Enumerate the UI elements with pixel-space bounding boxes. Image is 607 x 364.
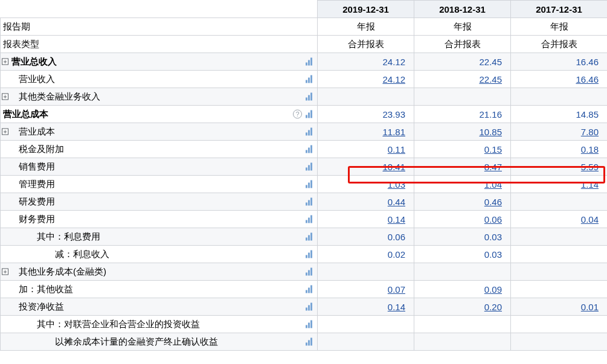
row-label-cell: 其中：对联营企业和合营企业的投资收益 (1, 316, 318, 333)
chart-icon[interactable] (306, 251, 313, 258)
chart-icon[interactable] (306, 93, 313, 101)
value-cell: 0.06 (318, 228, 414, 246)
chart-icon[interactable] (306, 268, 313, 276)
value-cell[interactable]: 16.46 (511, 71, 608, 88)
value-cell[interactable]: 0.11 (318, 141, 414, 158)
value-cell[interactable]: 10.41 (318, 158, 414, 176)
chart-icon[interactable] (306, 58, 313, 66)
table-wrap: 2019-12-31 2018-12-31 2017-12-31 报告期年报年报… (0, 0, 607, 351)
value-cell[interactable]: 1.14 (511, 176, 608, 193)
chart-icon[interactable] (306, 145, 313, 153)
date-header-row: 2019-12-31 2018-12-31 2017-12-31 (1, 1, 608, 18)
row-label-cell: 减：利息收入 (1, 246, 318, 263)
row-label: 销售费用 (1, 161, 55, 173)
table-body: 报告期年报年报年报报表类型合并报表合并报表合并报表+营业总收入24.1222.4… (1, 18, 608, 351)
chart-icon[interactable] (306, 216, 313, 223)
row-label-cell: +营业成本 (1, 123, 318, 141)
row-label-cell: +其他业务成本(金融类) (1, 263, 318, 281)
value-cell (414, 316, 511, 333)
value-cell (414, 263, 511, 281)
value-cell[interactable]: 1.03 (318, 176, 414, 193)
expand-icon[interactable]: + (2, 129, 8, 135)
help-icon[interactable]: ? (293, 110, 302, 119)
financial-table: 2019-12-31 2018-12-31 2017-12-31 报告期年报年报… (0, 0, 607, 351)
chart-icon[interactable] (306, 303, 313, 311)
row-icons (306, 268, 313, 276)
row-label-cell: +营业总收入 (1, 53, 318, 71)
value-cell[interactable]: 0.18 (511, 141, 608, 158)
value-cell[interactable]: 0.14 (318, 298, 414, 316)
value-cell: 0.02 (318, 246, 414, 263)
value-cell[interactable]: 7.80 (511, 123, 608, 141)
meta-value: 合并报表 (318, 36, 414, 53)
expand-icon[interactable]: + (2, 269, 8, 275)
table-row: 销售费用10.418.475.59 (1, 158, 608, 176)
row-label: 其中：利息费用 (1, 231, 100, 243)
value-cell (511, 228, 608, 246)
expand-icon[interactable]: + (2, 94, 8, 100)
value-cell[interactable]: 0.07 (318, 281, 414, 298)
blank-header (1, 1, 318, 18)
value-cell[interactable]: 0.14 (318, 211, 414, 228)
value-cell[interactable]: 0.04 (511, 211, 608, 228)
table-row: 投资净收益0.140.200.01 (1, 298, 608, 316)
value-cell[interactable]: 8.47 (414, 158, 511, 176)
value-cell[interactable]: 0.06 (414, 211, 511, 228)
table-row: 税金及附加0.110.150.18 (1, 141, 608, 158)
value-cell: 0.03 (414, 246, 511, 263)
chart-icon[interactable] (306, 163, 313, 171)
value-cell: 22.45 (414, 53, 511, 71)
table-row: 其中：对联营企业和合营企业的投资收益 (1, 316, 608, 333)
value-cell[interactable]: 1.04 (414, 176, 511, 193)
value-cell: 14.85 (511, 106, 608, 123)
meta-row: 报告期年报年报年报 (1, 18, 608, 36)
value-cell (511, 281, 608, 298)
chart-icon[interactable] (306, 338, 313, 346)
value-cell: 0.03 (414, 228, 511, 246)
row-icons (306, 338, 313, 346)
row-label: 其他类金融业务收入 (1, 91, 100, 103)
table-row: +其他业务成本(金融类) (1, 263, 608, 281)
chart-icon[interactable] (306, 110, 313, 118)
meta-value: 合并报表 (414, 36, 511, 53)
chart-icon[interactable] (306, 128, 313, 136)
value-cell[interactable]: 0.46 (414, 193, 511, 211)
row-label-cell: 以摊余成本计量的金融资产终止确认收益 (1, 333, 318, 351)
row-icons (306, 233, 313, 241)
row-label: 投资净收益 (1, 301, 64, 313)
table-row: 以摊余成本计量的金融资产终止确认收益 (1, 333, 608, 351)
chart-icon[interactable] (306, 233, 313, 241)
value-cell (511, 193, 608, 211)
row-icons (306, 163, 313, 171)
value-cell (318, 263, 414, 281)
value-cell[interactable]: 0.20 (414, 298, 511, 316)
chart-icon[interactable] (306, 198, 313, 206)
table-row: 财务费用0.140.060.04 (1, 211, 608, 228)
expand-icon[interactable]: + (2, 59, 8, 65)
value-cell (511, 316, 608, 333)
chart-icon[interactable] (306, 286, 313, 293)
chart-icon[interactable] (306, 75, 313, 83)
value-cell[interactable]: 11.81 (318, 123, 414, 141)
chart-icon[interactable] (306, 321, 313, 328)
value-cell[interactable]: 0.09 (414, 281, 511, 298)
value-cell[interactable]: 0.15 (414, 141, 511, 158)
row-icons (306, 321, 313, 328)
meta-row-label: 报告期 (1, 18, 318, 36)
chart-icon[interactable] (306, 180, 313, 188)
row-label-cell: 营业收入 (1, 71, 318, 88)
col-header-2: 2017-12-31 (511, 1, 608, 18)
row-label-cell: 管理费用 (1, 176, 318, 193)
value-cell[interactable]: 22.45 (414, 71, 511, 88)
value-cell (511, 333, 608, 351)
value-cell[interactable]: 10.85 (414, 123, 511, 141)
row-label: 营业总成本 (1, 109, 48, 120)
row-icons (306, 128, 313, 136)
value-cell[interactable]: 5.59 (511, 158, 608, 176)
row-label: 营业收入 (1, 74, 55, 85)
value-cell[interactable]: 24.12 (318, 71, 414, 88)
table-row: 管理费用1.031.041.14 (1, 176, 608, 193)
meta-value: 年报 (318, 18, 414, 36)
value-cell[interactable]: 0.01 (511, 298, 608, 316)
value-cell[interactable]: 0.44 (318, 193, 414, 211)
